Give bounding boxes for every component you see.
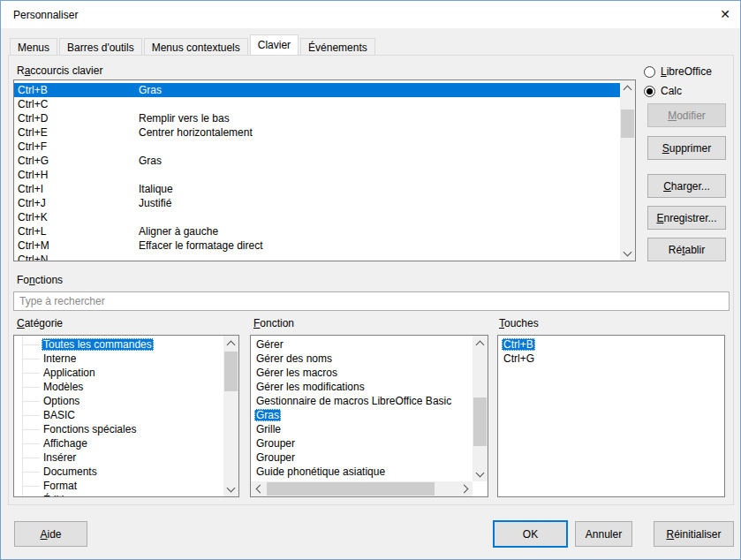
function-item[interactable]: Gérer les modifications — [251, 380, 473, 394]
search-input[interactable] — [13, 291, 730, 311]
shortcut-row[interactable]: Ctrl+M Effacer le formatage direct — [14, 238, 620, 253]
function-item[interactable]: Grouper — [251, 450, 473, 465]
scroll-left-button[interactable] — [251, 481, 266, 496]
vertical-scrollbar[interactable] — [223, 336, 238, 496]
tab[interactable]: Clavier — [250, 34, 299, 56]
scrollbar-thumb[interactable] — [267, 482, 435, 496]
reset-button[interactable]: Réinitialiser — [654, 521, 734, 547]
titlebar[interactable]: Personnaliser ✕ — [1, 1, 740, 28]
category-item[interactable]: Options — [14, 394, 223, 408]
vertical-scrollbar[interactable] — [620, 80, 635, 261]
ok-button-label: OK — [523, 528, 538, 541]
scrollbar-thumb[interactable] — [224, 352, 238, 391]
shortcut-key: Ctrl+B — [14, 83, 139, 97]
load-button[interactable]: Charger... — [647, 174, 726, 198]
close-icon[interactable]: ✕ — [720, 7, 730, 21]
function-item[interactable]: Gras — [251, 408, 473, 422]
category-item[interactable]: Toutes les commandes — [14, 337, 223, 352]
tab-label: Clavier — [258, 39, 291, 51]
tab[interactable]: Menus — [10, 38, 57, 56]
tab[interactable]: Menus contextuels — [144, 38, 248, 56]
radio-button-selected-icon[interactable] — [644, 86, 655, 97]
tab[interactable]: Événements — [300, 38, 375, 56]
scrollbar-thumb[interactable] — [621, 110, 634, 138]
shortcut-row[interactable]: Ctrl+B Gras — [14, 83, 620, 97]
shortcut-row[interactable]: Ctrl+K — [14, 210, 620, 224]
shortcut-row[interactable]: Ctrl+L Aligner à gauche — [14, 224, 620, 238]
shortcut-command: Justifié — [139, 196, 171, 210]
chevron-up-icon — [624, 85, 632, 94]
key-item[interactable]: Ctrl+B — [498, 337, 724, 352]
scroll-up-button[interactable] — [223, 336, 238, 351]
radio-calc[interactable]: Calc — [644, 85, 682, 97]
shortcut-row[interactable]: Ctrl+H — [14, 168, 620, 182]
save-button[interactable]: Enregistrer... — [647, 206, 726, 230]
shortcut-row[interactable]: Ctrl+I Italique — [14, 182, 620, 196]
shortcut-key: Ctrl+G — [14, 154, 139, 168]
function-item[interactable]: Grille — [251, 422, 473, 436]
category-item[interactable]: Interne — [14, 352, 223, 366]
chevron-down-icon — [227, 483, 236, 492]
category-item[interactable]: Affichage — [14, 436, 223, 450]
category-item[interactable]: BASIC — [14, 408, 223, 422]
function-item[interactable]: Gérer des noms — [251, 352, 473, 366]
shortcut-command: Centrer horizontalement — [139, 125, 253, 140]
radio-libreoffice-label: LibreOffice — [661, 65, 712, 78]
function-item-label: Grouper — [254, 437, 297, 450]
shortcut-row[interactable]: Ctrl+C — [14, 97, 620, 111]
function-item[interactable]: Guide phonétique asiatique — [251, 465, 473, 479]
scroll-up-button[interactable] — [473, 336, 488, 351]
shortcut-row[interactable]: Ctrl+F — [14, 140, 620, 154]
shortcut-key: Ctrl+M — [14, 238, 139, 253]
key-item-label: Ctrl+B — [502, 338, 535, 351]
scrollbar-thumb[interactable] — [473, 397, 487, 446]
category-item[interactable]: Modèles — [14, 380, 223, 394]
horizontal-scrollbar[interactable] — [251, 481, 473, 496]
scroll-down-button[interactable] — [223, 481, 238, 496]
scroll-down-button[interactable] — [620, 246, 635, 261]
category-item[interactable]: Fonctions spéciales — [14, 422, 223, 436]
category-item[interactable]: Documents — [14, 465, 223, 479]
category-item-label: Édition — [42, 494, 78, 496]
scroll-right-button[interactable] — [457, 481, 473, 496]
category-item[interactable]: Format — [14, 479, 223, 493]
function-rows: GérerGérer des nomsGérer les macrosGérer… — [251, 336, 473, 481]
modify-button[interactable]: Modifier — [647, 103, 726, 127]
function-item[interactable]: Gérer — [251, 337, 473, 352]
function-item[interactable]: Grouper — [251, 436, 473, 450]
restore-button[interactable]: Rétablir — [647, 238, 726, 261]
shortcuts-list: Ctrl+B Gras Ctrl+C Ctrl+D Remplir vers l… — [13, 79, 636, 261]
category-item[interactable]: Insérer — [14, 450, 223, 465]
shortcut-row[interactable]: Ctrl+D Remplir vers le bas — [14, 111, 620, 125]
vertical-scrollbar[interactable] — [473, 336, 488, 481]
radio-libreoffice[interactable]: LibreOffice — [644, 65, 712, 78]
function-list: GérerGérer des nomsGérer les macrosGérer… — [250, 335, 488, 497]
shortcut-row[interactable]: Ctrl+E Centrer horizontalement — [14, 125, 620, 140]
category-item[interactable]: Édition — [14, 493, 223, 496]
shortcut-row[interactable]: Ctrl+N — [14, 253, 620, 261]
cancel-button-label: Annuler — [586, 528, 622, 541]
radio-calc-label: Calc — [661, 85, 682, 97]
load-button-label: Charger... — [663, 180, 710, 193]
help-button[interactable]: Aide — [14, 521, 87, 547]
scroll-down-button[interactable] — [473, 466, 488, 481]
key-item-label: Ctrl+G — [502, 352, 536, 365]
keys-label: Touches — [499, 317, 539, 329]
chevron-down-icon — [476, 468, 485, 477]
shortcut-row[interactable]: Ctrl+J Justifié — [14, 196, 620, 210]
shortcut-row[interactable]: Ctrl+G Gras — [14, 154, 620, 168]
tab[interactable]: Barres d'outils — [59, 38, 142, 56]
category-item[interactable]: Application — [14, 366, 223, 380]
function-item[interactable]: Gérer les macros — [251, 366, 473, 380]
tab-label: Barres d'outils — [67, 42, 134, 54]
radio-button-icon[interactable] — [644, 66, 655, 78]
delete-button-label: Supprimer — [662, 142, 711, 155]
delete-button[interactable]: Supprimer — [647, 136, 726, 160]
function-item[interactable]: Gestionnaire de macros LibreOffice Basic — [251, 394, 473, 408]
shortcut-command: Aligner à gauche — [139, 224, 218, 238]
key-item[interactable]: Ctrl+G — [498, 352, 724, 366]
ok-button[interactable]: OK — [493, 520, 568, 548]
cancel-button[interactable]: Annuler — [575, 521, 632, 547]
scroll-up-button[interactable] — [620, 80, 635, 95]
functions-label: Fonctions — [17, 274, 63, 286]
